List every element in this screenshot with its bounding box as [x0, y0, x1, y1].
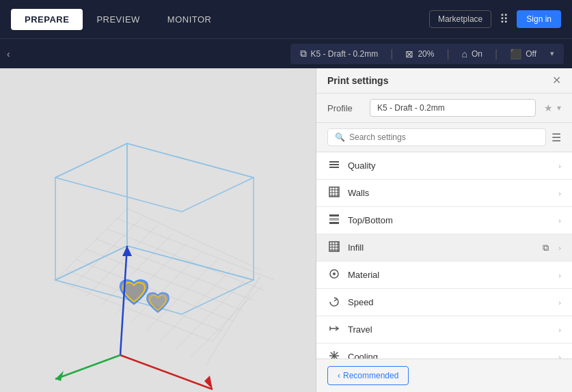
- travel-chevron: ›: [558, 326, 561, 334]
- speed-icon: [327, 296, 341, 309]
- toolbar-infill[interactable]: ⊠ 20%: [405, 48, 434, 59]
- material-icon: [327, 268, 341, 281]
- viewport[interactable]: [0, 68, 316, 392]
- profile-chevron-icon[interactable]: ▾: [557, 103, 561, 113]
- search-row: 🔍 ☰: [316, 123, 572, 152]
- grid-icon[interactable]: ⠿: [497, 9, 511, 29]
- quality-label: Quality: [348, 160, 551, 171]
- recommended-chevron-icon: ‹: [338, 371, 340, 380]
- main-content: Print settings ✕ Profile K5 - Draft - 0.…: [0, 68, 572, 392]
- search-input[interactable]: [349, 132, 539, 142]
- settings-item-walls[interactable]: Walls ›: [316, 180, 572, 207]
- favorite-icon[interactable]: ★: [544, 102, 553, 113]
- toolbar-infill-label: 20%: [418, 49, 434, 59]
- close-icon[interactable]: ✕: [552, 75, 561, 86]
- profile-row: Profile K5 - Draft - 0.2mm ★ ▾: [316, 94, 572, 123]
- svg-rect-0: [14, 68, 301, 392]
- infill-chevron: ›: [558, 244, 561, 252]
- support-icon: ⌂: [462, 48, 467, 59]
- cooling-icon: [327, 350, 341, 359]
- profile-select[interactable]: K5 - Draft - 0.2mm: [370, 99, 536, 117]
- speed-label: Speed: [348, 297, 551, 307]
- travel-icon: [327, 323, 341, 336]
- marketplace-button[interactable]: Marketplace: [429, 10, 491, 28]
- toolbar-strip: ‹ ⧉ K5 - Draft - 0.2mm | ⊠ 20% | ⌂ On | …: [0, 38, 572, 68]
- settings-panel: Print settings ✕ Profile K5 - Draft - 0.…: [316, 68, 572, 392]
- toolbar-adhesion-label: Off: [526, 49, 536, 59]
- toolbar-support[interactable]: ⌂ On: [462, 48, 482, 59]
- infill-label: Infill: [348, 242, 536, 253]
- tab-prepare[interactable]: PREPARE: [11, 9, 83, 30]
- toolbar-collapse-chevron[interactable]: ‹: [0, 46, 17, 62]
- toolbar-sep-3: |: [495, 48, 498, 60]
- top-bottom-label: Top/Bottom: [348, 215, 551, 225]
- svg-rect-33: [329, 167, 339, 168]
- svg-point-53: [333, 272, 336, 275]
- infill-settings-icon: [327, 241, 341, 254]
- settings-item-travel[interactable]: Travel ›: [316, 316, 572, 344]
- toolbar-dropdown-chevron[interactable]: ▾: [550, 49, 554, 58]
- walls-chevron: ›: [558, 189, 561, 197]
- panel-title: Print settings: [327, 75, 388, 86]
- svg-rect-41: [329, 214, 339, 216]
- nav-right: Marketplace ⠿ Sign in: [429, 9, 561, 29]
- toolbar-profile[interactable]: ⧉ K5 - Draft - 0.2mm: [300, 48, 379, 59]
- toolbar-profile-label: K5 - Draft - 0.2mm: [311, 49, 379, 59]
- menu-lines-icon[interactable]: ☰: [551, 131, 561, 144]
- sliders-icon: ⧉: [300, 48, 307, 59]
- topbottom-icon: [327, 214, 341, 227]
- svg-line-54: [334, 299, 337, 301]
- svg-rect-44: [329, 222, 339, 224]
- toolbar-sep-1: |: [390, 48, 393, 60]
- material-label: Material: [348, 270, 551, 280]
- search-wrapper[interactable]: 🔍: [327, 128, 546, 146]
- viewport-svg: [0, 68, 316, 392]
- profile-value: K5 - Draft - 0.2mm: [377, 103, 445, 113]
- settings-list: Quality › Walls › Top/Bottom ›: [316, 152, 572, 359]
- infill-filter-icon[interactable]: ⧉: [543, 242, 549, 253]
- signin-button[interactable]: Sign in: [517, 10, 561, 28]
- quality-chevron: ›: [558, 162, 561, 170]
- recommended-label: Recommended: [343, 371, 398, 380]
- cooling-chevron: ›: [558, 353, 561, 359]
- material-chevron: ›: [558, 271, 561, 279]
- panel-header: Print settings ✕: [316, 68, 572, 94]
- toolbar-adhesion[interactable]: ⬛ Off: [510, 48, 536, 59]
- tab-preview[interactable]: PREVIEW: [83, 9, 153, 30]
- search-icon: 🔍: [335, 132, 345, 142]
- walls-label: Walls: [348, 188, 551, 198]
- adhesion-icon: ⬛: [510, 48, 521, 59]
- recommended-footer: ‹ Recommended: [316, 359, 572, 392]
- svg-rect-32: [329, 164, 339, 165]
- profile-label: Profile: [327, 103, 362, 113]
- infill-icon: ⊠: [405, 48, 413, 59]
- settings-item-top-bottom[interactable]: Top/Bottom ›: [316, 207, 572, 234]
- toolbar-right: ⧉ K5 - Draft - 0.2mm | ⊠ 20% | ⌂ On | ⬛ …: [290, 44, 564, 64]
- settings-item-infill[interactable]: Infill ⧉ ›: [316, 234, 572, 262]
- profile-actions: ★ ▾: [544, 102, 561, 113]
- toolbar-support-label: On: [472, 49, 482, 59]
- settings-item-quality[interactable]: Quality ›: [316, 152, 572, 180]
- svg-rect-31: [329, 161, 339, 163]
- top-bottom-chevron: ›: [558, 216, 561, 225]
- speed-chevron: ›: [558, 298, 561, 307]
- settings-item-cooling[interactable]: Cooling ›: [316, 344, 572, 359]
- toolbar-sep-2: |: [446, 48, 449, 60]
- cooling-label: Cooling: [348, 352, 551, 359]
- toolbar-left: ‹: [0, 46, 290, 62]
- recommended-button[interactable]: ‹ Recommended: [327, 366, 409, 385]
- travel-label: Travel: [348, 324, 551, 335]
- settings-item-speed[interactable]: Speed ›: [316, 289, 572, 316]
- walls-icon: [327, 186, 341, 199]
- top-nav: PREPARE PREVIEW MONITOR Marketplace ⠿ Si…: [0, 0, 572, 38]
- settings-item-material[interactable]: Material ›: [316, 262, 572, 289]
- tab-monitor[interactable]: MONITOR: [154, 9, 226, 30]
- quality-icon: [327, 159, 341, 172]
